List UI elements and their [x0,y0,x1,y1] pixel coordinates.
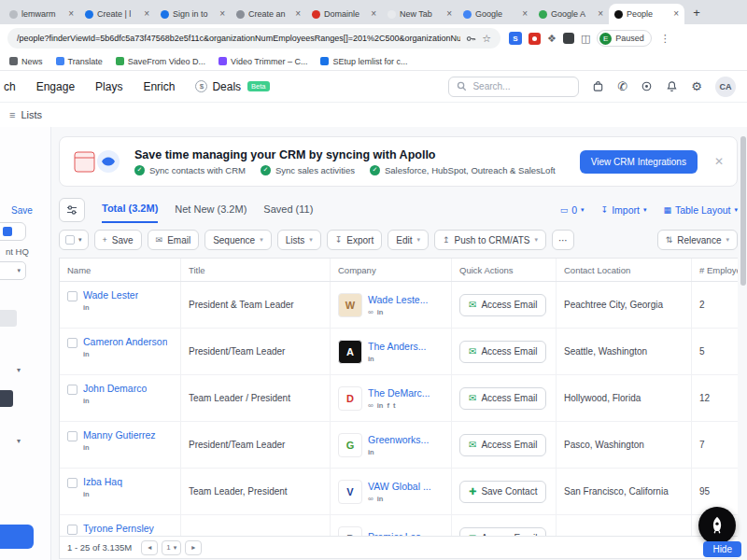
row-checkbox[interactable] [67,478,78,488]
global-search-input[interactable]: Search... [448,77,579,97]
tab-close-icon[interactable]: × [68,9,74,19]
linkedin-icon[interactable]: in [368,356,374,363]
next-page-button[interactable]: ▸ [185,540,202,555]
target-icon[interactable] [641,80,653,92]
link-icon[interactable]: ∞ [368,402,374,410]
filter-select-fragment[interactable]: ▾ [0,261,26,280]
push-to-crm-dropdown[interactable]: ↥Push to CRM/ATS▾ [434,230,546,250]
quick-action-button[interactable]: ✉ Access Email [459,527,546,537]
bookmark-item[interactable]: Translate [56,57,103,66]
similarweb-extension-icon[interactable]: S [509,32,522,45]
quick-action-button[interactable]: ✉ Access Email [459,294,546,316]
person-name-link[interactable]: John Demarco [83,383,147,394]
tab-close-icon[interactable]: × [598,9,603,19]
import-dropdown[interactable]: ↧Import▾ [601,204,647,216]
credits-dropdown[interactable]: ▭0▾ [560,204,585,216]
column-header-title[interactable]: Title [181,259,331,281]
company-name-link[interactable]: The DeMarc... [368,387,430,399]
quick-action-button[interactable]: ✉ Access Email [459,387,546,410]
tab-close-icon[interactable]: × [673,9,679,19]
tab-net-new[interactable]: Net New (3.2M) [175,198,247,222]
row-checkbox[interactable] [67,431,78,441]
profile-paused-pill[interactable]: E Paused [597,30,652,47]
person-name-link[interactable]: Manny Gutierrez [83,429,156,441]
recorder-extension-icon[interactable] [529,33,541,45]
user-avatar[interactable]: CA [715,77,736,97]
bell-icon[interactable] [666,80,678,92]
quick-action-button[interactable]: ✉ Access Email [459,341,546,363]
lists-dropdown[interactable]: Lists▾ [277,230,321,250]
link-icon[interactable]: ∞ [368,496,374,503]
tab-close-icon[interactable]: × [371,9,376,19]
tab-close-icon[interactable]: × [219,9,225,19]
filter-chip-fragment[interactable] [0,222,26,241]
banner-close-icon[interactable]: ✕ [714,155,724,168]
browser-tab[interactable]: Domainle × [306,4,382,24]
browser-tab[interactable]: Google A × [533,4,609,24]
linkedin-icon[interactable]: in [377,309,384,316]
company-name-link[interactable]: Wade Leste... [368,294,428,305]
hide-button[interactable]: Hide [703,541,741,557]
company-name-link[interactable]: Premier Lea... [368,531,430,537]
person-name-link[interactable]: Cameron Anderson [83,336,167,347]
linkedin-icon[interactable]: in [368,449,374,456]
browser-tab[interactable]: New Tab × [382,4,458,24]
chrome-menu-icon[interactable]: ⋮ [660,33,670,45]
sequence-dropdown[interactable]: Sequence▾ [204,230,272,250]
tab-saved[interactable]: Saved (11) [263,198,313,222]
select-all-control[interactable]: ▾ [59,230,89,250]
chevron-down-icon[interactable]: ▾ [17,366,21,374]
phone-icon[interactable]: ✆ [617,80,627,92]
bag-icon[interactable] [592,80,604,92]
company-name-link[interactable]: The Anders... [368,341,426,352]
browser-tab[interactable]: Create an × [231,4,306,24]
column-header-employees[interactable]: # Employe [692,259,738,281]
bookmark-item[interactable]: SEtup lemlist for c... [320,57,407,66]
tab-close-icon[interactable]: × [522,9,528,19]
quick-action-button[interactable]: ✉ Access Email [459,434,546,456]
nav-item-deals[interactable]: $ Deals Beta [195,80,269,93]
view-crm-integrations-button[interactable]: View CRM Integrations [580,150,698,174]
bookmark-item[interactable]: News [9,57,43,66]
nav-item-plays[interactable]: Plays [95,80,122,93]
filter-save-link[interactable]: Save [11,205,33,216]
column-header-name[interactable]: Name [60,259,181,281]
linkedin-icon[interactable]: in [83,491,90,498]
person-name-link[interactable]: Tyrone Pernsley [83,523,154,534]
column-header-contact-location[interactable]: Contact Location [557,259,692,281]
prev-page-button[interactable]: ◂ [141,540,158,555]
tab-close-icon[interactable]: × [446,9,452,19]
relevance-sort-dropdown[interactable]: ⇅Relevance▾ [657,230,738,250]
filter-input-fragment[interactable] [0,310,17,327]
show-results-button-fragment[interactable] [0,525,34,549]
browser-tab[interactable]: Create | l × [79,4,155,24]
nav-item-enrich[interactable]: Enrich [143,80,175,93]
browser-tab[interactable]: People × [609,4,684,24]
save-button[interactable]: +Save [94,230,142,250]
twitter-icon[interactable]: t [393,402,396,410]
apollo-fab[interactable] [698,507,736,544]
linkedin-icon[interactable]: in [83,304,90,312]
gear-icon[interactable]: ⚙ [691,80,702,92]
facebook-icon[interactable]: f [387,402,389,410]
tab-total[interactable]: Total (3.2M) [102,197,158,223]
link-icon[interactable]: ∞ [368,309,374,316]
bookmark-item[interactable]: SaveFrom Video D... [116,57,205,66]
nav-item-search-clipped[interactable]: ch [4,80,16,93]
dark-extension-icon[interactable] [563,33,574,44]
select-all-checkbox[interactable] [65,235,75,245]
row-checkbox[interactable] [67,525,78,535]
browser-tab[interactable]: lemwarm × [4,4,79,24]
key-icon[interactable] [466,34,476,44]
url-text[interactable]: /people?finderViewId=5b6dfc5a73f47568b2e… [17,34,460,43]
page-select[interactable]: 1▾ [162,540,181,555]
chevron-down-icon[interactable]: ▾ [17,437,21,445]
email-button[interactable]: ✉Email [148,230,200,250]
linkedin-icon[interactable]: in [377,496,384,503]
lists-label[interactable]: Lists [21,109,42,120]
extensions-puzzle-icon[interactable]: ❖ [547,34,557,44]
row-checkbox[interactable] [67,338,78,348]
bookmark-star-icon[interactable]: ☆ [482,33,491,45]
linkedin-icon[interactable]: in [83,444,90,452]
nav-item-engage[interactable]: Engage [36,80,75,93]
